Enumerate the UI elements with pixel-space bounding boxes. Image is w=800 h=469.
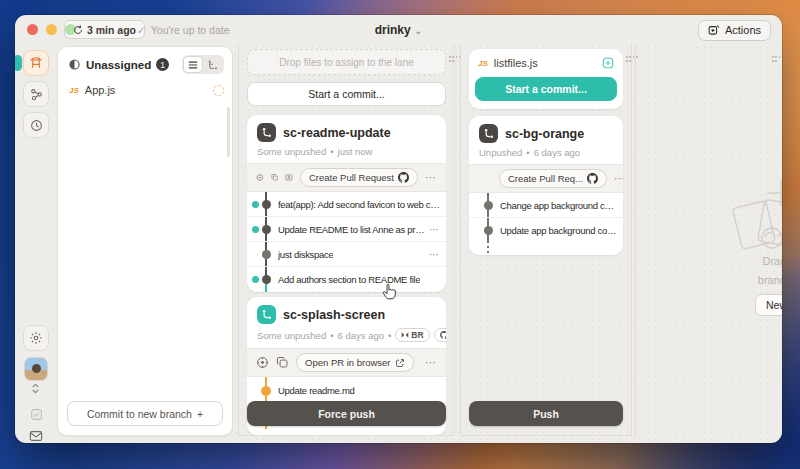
actions-icon [708,24,720,36]
workspace-tab[interactable] [23,50,49,76]
branch-badge-icon [257,123,276,142]
avatar-photo [32,364,41,373]
unpushed-dot-icon [261,386,271,396]
tree-view-icon [208,60,218,70]
push-button[interactable]: Push [469,401,623,426]
drag-hint-text: Drag changes branch off your [758,252,782,290]
local-only-dot-icon [262,250,271,259]
create-pr-label: Create Pull Request [309,172,394,183]
project-title[interactable]: drinky ⌄ [15,23,782,37]
new-branch-button[interactable]: New branch [755,294,782,316]
app-window: 3 min ago ✓ You're up to date drinky ⌄ A… [15,15,782,443]
tree-view-button[interactable] [203,56,223,73]
actions-button[interactable]: Actions [698,20,771,41]
branch-menu-button[interactable]: ⋯ [614,172,623,185]
commit-message: Change app background color t... [500,200,617,211]
file-row-listfiles[interactable]: JS listfiles.js [469,52,623,74]
branch-status-text: Some unpushed [257,330,326,341]
external-link-icon [395,358,405,368]
create-pr-label: Create Pull Req... [508,173,583,184]
assign-reviewer-icon[interactable] [285,171,293,184]
pull-request-badge[interactable]: PR [434,328,446,342]
project-name: drinky [375,23,411,37]
commit-row[interactable]: Add authors section to README file [247,267,446,292]
drag-hint-line1: Drag changes [758,252,782,271]
commit-to-new-branch-label: Commit to new branch [87,408,192,420]
branch-name: sc-splash-screen [283,308,385,322]
feedback-button[interactable] [23,423,49,443]
workspace-board: Drop files to assign to the lane Start a… [232,44,782,443]
review-eye-icon[interactable] [256,356,269,369]
local-only-dot-icon [484,226,493,235]
js-file-icon: JS [69,86,79,95]
commit-to-new-branch-button[interactable]: Commit to new branch + [67,401,223,426]
commit-menu-button[interactable]: ⋯ [425,224,440,235]
branch-menu-button[interactable]: ⋯ [425,171,437,184]
commit-message: feat(app): Add second favicon to web con… [278,199,440,210]
lane-sc-readme-update: Drop files to assign to the lane Start a… [238,44,455,436]
commit-list: feat(app): Add second favicon to web con… [247,192,446,292]
commit-message: Add authors section to README file [278,274,420,285]
commit-row[interactable]: just diskspace ⋯ [247,242,446,267]
review-eye-icon[interactable] [256,171,264,184]
add-file-icon[interactable] [602,57,614,69]
unfold-icon [30,383,41,394]
settings-button[interactable] [23,325,49,351]
local-only-dot-icon [484,201,493,210]
local-dot-icon [262,200,271,209]
branch-time: 6 days ago [534,147,580,158]
account-unfold-button[interactable] [30,383,41,394]
commit-row[interactable]: Update README to list Anne as primar... … [247,217,446,242]
force-push-button[interactable]: Force push [247,401,446,426]
new-branch-dropzone[interactable]: Drag changes branch off your New branch [635,44,782,436]
open-pr-in-browser-button[interactable]: Open PR in browser [296,353,414,372]
lane-sc-bg-orange: JS listfiles.js Start a commit... [460,44,632,436]
commit-row[interactable]: Update readme.md [247,377,446,404]
drag-hint-line2: branch off your [758,271,782,290]
unassigned-panel: Unassigned 1 JS App.js Commit to new bra… [57,46,233,436]
branch-review-badge[interactable]: BR [395,328,429,342]
lane2-start-commit-button[interactable]: Start a commit... [475,77,617,101]
branch-toolbar: Open PR in browser ⋯ [247,348,446,377]
branch-header[interactable]: sc-readme-update Some unpushed • just no… [247,115,446,163]
commit-message: Update app background color t... [500,225,617,236]
commit-row[interactable]: Update app background color t... [469,218,623,243]
user-avatar[interactable] [24,357,48,381]
lane1-dropzone[interactable]: Drop files to assign to the lane [247,49,446,75]
branch-menu-button[interactable]: ⋯ [425,356,437,369]
create-pull-request-button[interactable]: Create Pull Request [300,168,418,187]
branch-time: just now [338,146,373,157]
create-pull-request-button[interactable]: Create Pull Req... [499,169,607,188]
file-name: App.js [85,84,116,96]
copy-icon[interactable] [271,171,279,184]
list-view-button[interactable] [183,56,203,73]
commit-row[interactable]: Change app background color t... [469,193,623,218]
start-commit-label: Start a commit... [505,83,587,95]
github-icon [440,331,446,339]
github-icon [587,173,598,184]
commit-menu-button[interactable]: ⋯ [425,249,440,260]
commit-message: Update README to list Anne as primar... [278,224,425,235]
history-tab[interactable] [23,112,49,138]
unassigned-icon [68,58,81,71]
view-toggle [182,55,224,74]
bullet-separator: • [330,146,333,157]
lane1-start-commit-button[interactable]: Start a commit... [247,82,446,106]
branch-time: 6 days ago [338,330,384,341]
file-row-appjs[interactable]: JS App.js [58,80,232,100]
commit-message: Update readme.md [278,385,355,396]
copy-icon[interactable] [276,356,289,369]
branch-toolbar: Create Pull Request ⋯ [247,163,446,192]
file-name: listfiles.js [494,57,538,69]
local-dot-icon [262,225,271,234]
chevron-down-icon: ⌄ [414,25,422,36]
branches-tab[interactable] [23,81,49,107]
panel-scrollbar[interactable] [227,107,230,157]
bullet-separator: • [526,147,529,158]
branch-header[interactable]: sc-bg-orange Unpushed • 6 days ago [469,116,623,164]
branch-header[interactable]: sc-splash-screen Some unpushed • 6 days … [247,297,446,348]
commit-row[interactable]: feat(app): Add second favicon to web con… [247,192,446,217]
plus-icon: + [197,408,203,420]
remote-dot-icon [252,201,259,208]
start-commit-label: Start a commit... [308,88,384,100]
